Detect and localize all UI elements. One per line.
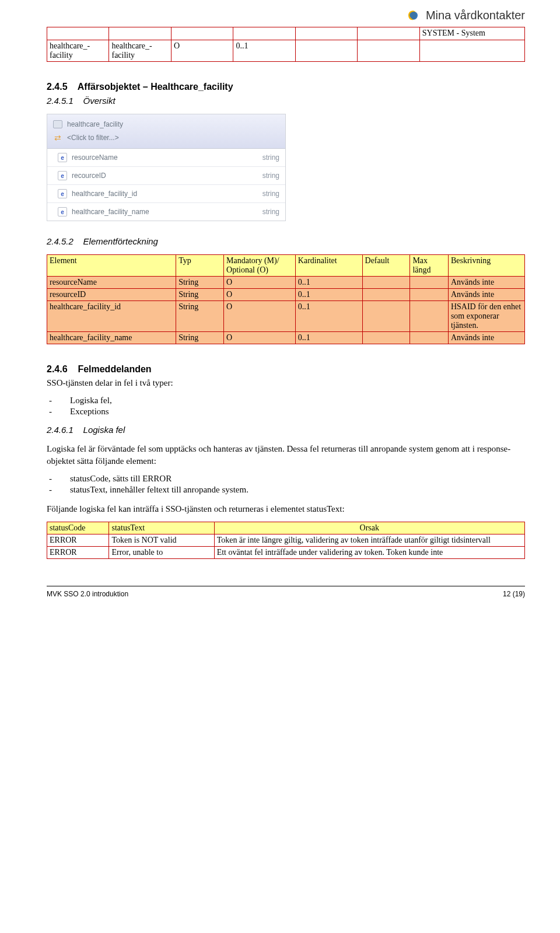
table-header-row: statusCode statusText Orsak xyxy=(47,522,525,534)
table-header-row: Element Typ Mandatory (M)/ Optional (O) … xyxy=(47,255,525,277)
schema-panel: healthcare_facility ⇄ <Click to filter..… xyxy=(47,114,286,221)
schema-item: eresourceNamestring xyxy=(47,149,285,167)
section-246-intro: SSO-tjänsten delar in fel i två typer: xyxy=(47,377,525,389)
list-item: Logiska fel, xyxy=(70,396,525,406)
brand-text: Mina vårdkontakter xyxy=(426,9,525,22)
section-2461-p1: Logiska fel är förväntade fel som upptäc… xyxy=(47,443,525,467)
element-icon: e xyxy=(58,171,67,180)
table-row: healthcare_facility_nameStringO0..1Använ… xyxy=(47,332,525,344)
error-table: statusCode statusText Orsak ERRORToken i… xyxy=(47,522,525,559)
table-row: resourceNameStringO0..1Används inte xyxy=(47,277,525,289)
schema-item-type: string xyxy=(262,190,279,198)
element-table: Element Typ Mandatory (M)/ Optional (O) … xyxy=(47,254,525,344)
table-row: ERRORToken is NOT validToken är inte län… xyxy=(47,534,525,547)
brand-logo-icon xyxy=(405,7,421,23)
schema-item-type: string xyxy=(262,208,279,216)
schema-item-name: healthcare_facility_name xyxy=(72,208,149,216)
footer-right: 12 (19) xyxy=(503,590,525,598)
section-246-heading: 2.4.6 Felmeddelanden xyxy=(47,364,525,375)
section-2452-heading: 2.4.5.2 Elementförteckning xyxy=(47,236,525,246)
list-item: Exceptions xyxy=(70,407,525,417)
schema-item: ehealthcare_facility_namestring xyxy=(47,203,285,221)
element-icon: e xyxy=(58,207,67,216)
schema-filter-text[interactable]: <Click to filter...> xyxy=(67,134,119,142)
element-icon: e xyxy=(58,189,67,198)
schema-item: erecourceIDstring xyxy=(47,167,285,185)
schema-item-name: healthcare_facility_id xyxy=(72,190,137,198)
schema-item-type: string xyxy=(262,172,279,180)
section-2461-heading: 2.4.6.1 Logiska fel xyxy=(47,425,525,435)
folder-icon xyxy=(53,120,62,128)
schema-item-type: string xyxy=(262,153,279,162)
fragment-last-cell: SYSTEM - System xyxy=(419,27,524,40)
section-2451-heading: 2.4.5.1 Översikt xyxy=(47,96,525,106)
table-row: resourceIDStringO0..1Används inte xyxy=(47,289,525,301)
element-icon: e xyxy=(58,153,67,162)
table-row: ERRORError, unable toEtt oväntat fel int… xyxy=(47,547,525,559)
brand-logo: Mina vårdkontakter xyxy=(405,7,525,23)
section-245-heading: 2.4.5 Affärsobjektet – Healthcare_facili… xyxy=(47,82,525,92)
list-item: statusText, innehåller feltext till anro… xyxy=(70,485,525,495)
schema-item-name: recourceID xyxy=(72,172,106,180)
schema-item: ehealthcare_facility_idstring xyxy=(47,185,285,203)
table-row: healthcare_-facility healthcare_-facilit… xyxy=(47,40,525,62)
section-246-bullets: Logiska fel,Exceptions xyxy=(47,396,525,417)
schema-panel-header: healthcare_facility ⇄ <Click to filter..… xyxy=(47,114,285,149)
section-2461-p2: Följande logiska fel kan inträffa i SSO-… xyxy=(47,503,525,515)
filter-icon: ⇄ xyxy=(53,133,62,142)
list-item: statusCode, sätts till ERROR xyxy=(70,474,525,484)
footer-left: MVK SSO 2.0 introduktion xyxy=(47,590,128,598)
top-table-fragment: SYSTEM - System healthcare_-facility hea… xyxy=(47,27,525,62)
section-2461-bullets: statusCode, sätts till ERRORstatusText, … xyxy=(47,474,525,495)
page-footer: MVK SSO 2.0 introduktion 12 (19) xyxy=(47,586,525,598)
table-row: healthcare_facility_idStringO0..1HSAID f… xyxy=(47,301,525,332)
schema-title: healthcare_facility xyxy=(67,120,123,128)
page-header: Mina vårdkontakter xyxy=(47,0,525,27)
schema-panel-body: eresourceNamestringerecourceIDstringehea… xyxy=(47,149,285,221)
schema-item-name: resourceName xyxy=(72,153,118,162)
